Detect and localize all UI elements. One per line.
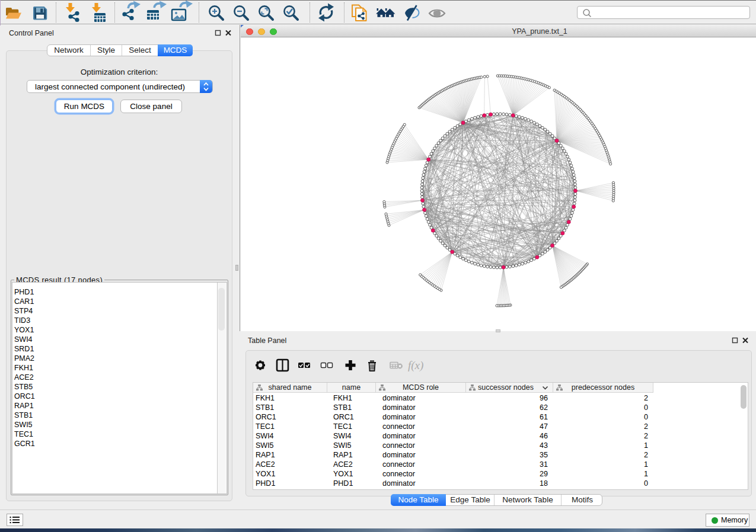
svg-text:f(x): f(x) bbox=[408, 359, 423, 372]
